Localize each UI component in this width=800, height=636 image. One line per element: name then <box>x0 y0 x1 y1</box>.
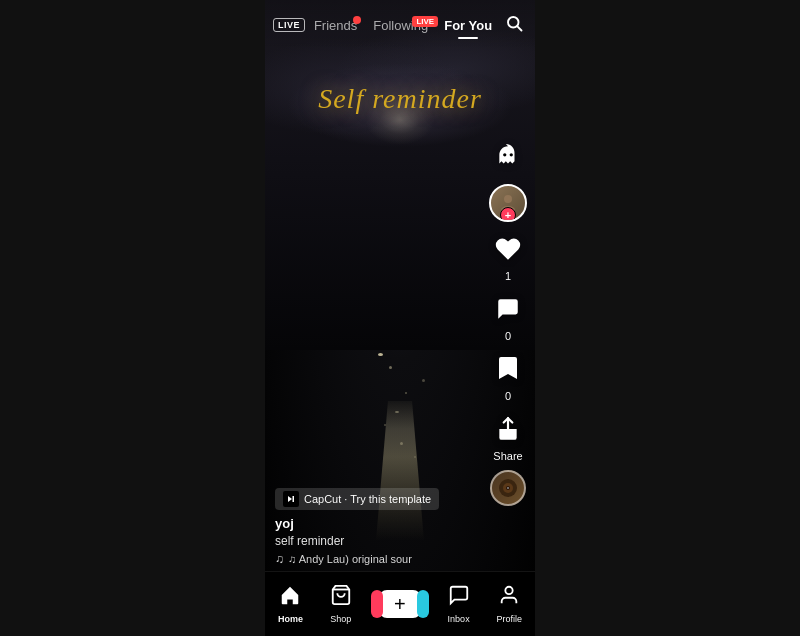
svg-line-1 <box>517 26 521 30</box>
heart-icon <box>489 230 527 268</box>
bottom-info-panel: CapCut · Try this template yoj self remi… <box>275 488 475 566</box>
shop-label: Shop <box>330 614 351 624</box>
comment-count: 0 <box>505 330 511 342</box>
tab-foryou[interactable]: For You <box>436 14 500 37</box>
svg-point-10 <box>507 487 509 489</box>
avatar-image: + <box>489 184 527 222</box>
follow-plus-button[interactable]: + <box>500 207 516 222</box>
music-disc[interactable] <box>490 470 526 506</box>
live-badge[interactable]: LIVE <box>273 18 305 32</box>
inbox-icon <box>448 584 470 612</box>
phone-container: Self reminder LIVE Friends Following LIV… <box>265 0 535 636</box>
music-avatar-image <box>490 470 526 506</box>
svg-point-14 <box>506 587 513 594</box>
video-username[interactable]: yoj <box>275 516 475 531</box>
add-plus-icon: + <box>394 593 406 616</box>
music-note-icon: ♫ <box>275 552 284 566</box>
search-icon[interactable] <box>501 10 527 41</box>
svg-point-4 <box>504 195 512 203</box>
profile-icon <box>498 584 520 612</box>
comment-action[interactable]: 0 <box>489 290 527 342</box>
capcut-logo-icon <box>283 491 299 507</box>
nav-inbox[interactable]: Inbox <box>439 580 479 628</box>
comment-icon <box>489 290 527 328</box>
nav-add[interactable]: + <box>371 586 429 622</box>
tab-following[interactable]: Following LIVE <box>365 14 436 37</box>
nav-tabs: Friends Following LIVE For You <box>306 14 500 37</box>
video-caption: self reminder <box>275 534 475 548</box>
sparkle <box>384 424 386 426</box>
top-navigation: LIVE Friends Following LIVE For You <box>265 0 535 50</box>
bookmark-action[interactable]: 0 <box>489 350 527 402</box>
sparkle <box>378 353 383 356</box>
following-live-tag: LIVE <box>412 16 438 27</box>
inbox-label: Inbox <box>448 614 470 624</box>
sparkle <box>389 366 392 369</box>
shop-icon <box>330 584 352 612</box>
music-info[interactable]: ♫ ♫ Andy Lau) original sour <box>275 552 475 566</box>
bottom-navigation: Home Shop + <box>265 571 535 636</box>
share-action[interactable]: Share <box>489 410 527 462</box>
svg-point-3 <box>510 153 513 156</box>
share-label: Share <box>493 450 522 462</box>
home-label: Home <box>278 614 303 624</box>
profile-label: Profile <box>497 614 523 624</box>
music-text: ♫ Andy Lau) original sour <box>288 553 412 565</box>
creator-avatar[interactable]: + <box>489 184 527 222</box>
sparkle <box>405 392 407 394</box>
share-icon <box>489 410 527 448</box>
sparkle <box>422 379 425 382</box>
like-action[interactable]: 1 <box>489 230 527 282</box>
svg-rect-12 <box>293 496 295 502</box>
add-button[interactable]: + <box>379 590 421 618</box>
capcut-text: CapCut · Try this template <box>304 493 431 505</box>
video-title-text: Self reminder <box>265 83 535 115</box>
live-section: LIVE <box>273 18 305 32</box>
ghost-icon <box>489 138 527 176</box>
bookmark-count: 0 <box>505 390 511 402</box>
nav-shop[interactable]: Shop <box>321 580 361 628</box>
right-actions-panel: + 1 0 <box>489 138 527 506</box>
sticker-action[interactable] <box>489 138 527 176</box>
capcut-banner[interactable]: CapCut · Try this template <box>275 488 439 510</box>
friends-notification-dot <box>353 16 361 24</box>
svg-point-2 <box>503 153 506 156</box>
tab-friends[interactable]: Friends <box>306 14 365 37</box>
right-panel <box>535 0 800 636</box>
like-count: 1 <box>505 270 511 282</box>
left-panel <box>0 0 265 636</box>
bookmark-icon <box>489 350 527 388</box>
nav-profile[interactable]: Profile <box>489 580 531 628</box>
nav-home[interactable]: Home <box>270 580 311 628</box>
home-icon <box>279 584 301 612</box>
